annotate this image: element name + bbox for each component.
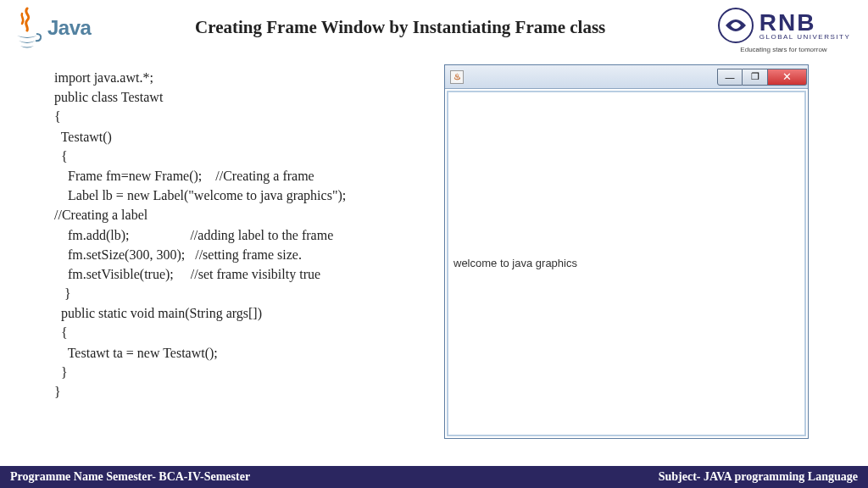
maximize-button[interactable]: ❐ <box>743 69 768 86</box>
close-button[interactable]: ✕ <box>768 69 807 86</box>
code-line: Frame fm=new Frame(); //Creating a frame <box>54 169 314 183</box>
slide-title: Creating Frame Window by Instantiating F… <box>91 7 709 38</box>
code-line: Testawt ta = new Testawt(); <box>54 346 218 360</box>
code-line: { <box>54 325 68 340</box>
university-subtitle: GLOBAL UNIVERSITY <box>760 33 850 41</box>
code-line: { <box>54 109 61 124</box>
java-app-icon: ♨ <box>450 70 464 84</box>
frame-client-area: welcome to java graphics <box>447 91 806 436</box>
awt-frame-window: ♨ — ❐ ✕ welcome to java graphics <box>444 64 809 439</box>
footer-left: Programme Name Semester- BCA-IV-Semester <box>10 470 250 484</box>
java-text: Java <box>47 16 91 40</box>
code-block: import java.awt.*; public class Testawt … <box>54 68 427 439</box>
code-line: } <box>54 286 71 301</box>
university-tagline: Educating stars for tomorrow <box>740 46 826 53</box>
university-name: RNB <box>760 11 850 35</box>
code-line: fm.setVisible(true); //set frame visibil… <box>54 267 320 281</box>
university-mark-icon <box>717 7 754 44</box>
slide-footer: Programme Name Semester- BCA-IV-Semester… <box>0 466 868 488</box>
window-titlebar[interactable]: ♨ — ❐ ✕ <box>445 65 808 89</box>
code-line: import java.awt.*; <box>54 70 153 85</box>
code-line: public class Testawt <box>54 90 163 104</box>
window-controls: — ❐ ✕ <box>717 69 807 86</box>
code-line: Testawt() <box>54 130 112 144</box>
minimize-button[interactable]: — <box>717 69 743 86</box>
slide-content: import java.awt.*; public class Testawt … <box>0 61 868 439</box>
code-line: //Creating a label <box>54 208 147 222</box>
university-logo: RNB GLOBAL UNIVERSITY Educating stars fo… <box>709 7 858 53</box>
code-line: { <box>54 149 68 164</box>
java-logo: Java <box>10 7 91 49</box>
code-line: } <box>54 385 61 399</box>
code-line: public static void main(String args[]) <box>54 306 262 320</box>
code-line: Label lb = new Label("welcome to java gr… <box>54 188 346 202</box>
java-cup-icon <box>10 7 44 49</box>
code-line: } <box>54 365 68 380</box>
slide-header: Java Creating Frame Window by Instantiat… <box>0 0 868 61</box>
code-line: fm.setSize(300, 300); //setting frame si… <box>54 247 302 262</box>
awt-label: welcome to java graphics <box>453 257 577 269</box>
footer-right: Subject- JAVA programming Language <box>659 470 858 484</box>
code-line: fm.add(lb); //adding label to the frame <box>54 228 333 242</box>
